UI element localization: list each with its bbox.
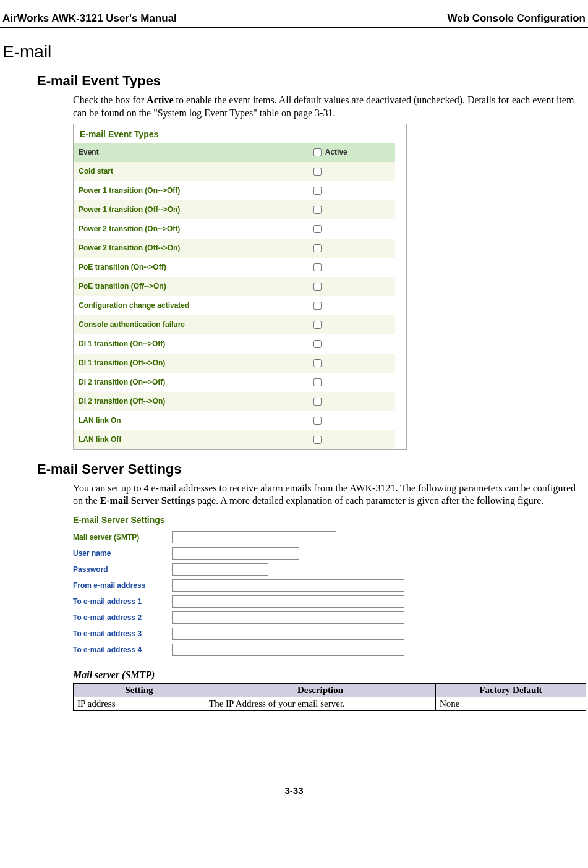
section-title-email: E-mail xyxy=(2,42,588,62)
input-to1[interactable] xyxy=(172,595,404,608)
checkbox-event[interactable] xyxy=(313,398,322,406)
param-title-smtp: Mail server (SMTP) xyxy=(73,670,588,681)
input-from[interactable] xyxy=(172,579,404,592)
checkbox-event[interactable] xyxy=(313,244,322,252)
table-row: DI 2 transition (Off-->On) xyxy=(74,392,395,411)
checkbox-event[interactable] xyxy=(313,378,322,386)
page-header: AirWorks AWK-3121 User's Manual Web Cons… xyxy=(0,12,588,28)
heading-email-event-types: E-mail Event Types xyxy=(37,73,588,89)
input-to4[interactable] xyxy=(172,644,404,656)
label-pass: Password xyxy=(73,565,172,574)
row-to2: To e-mail address 2 xyxy=(73,611,413,624)
input-to2[interactable] xyxy=(172,611,404,624)
table-row: DI 1 transition (On-->Off) xyxy=(74,334,395,354)
table-row: Console authentication failure xyxy=(74,315,395,334)
header-right: Web Console Configuration xyxy=(447,12,586,25)
label-to2: To e-mail address 2 xyxy=(73,613,172,622)
row-to1: To e-mail address 1 xyxy=(73,595,413,608)
checkbox-event[interactable] xyxy=(313,340,322,348)
col-active: Active xyxy=(306,143,395,162)
table-row: Cold start xyxy=(74,162,395,181)
checkbox-event[interactable] xyxy=(313,225,322,233)
col-desc: Description xyxy=(205,684,436,697)
checkbox-event[interactable] xyxy=(313,206,322,214)
label-to1: To e-mail address 1 xyxy=(73,597,172,606)
table-row: PoE transition (Off-->On) xyxy=(74,277,395,296)
paragraph-event-types: Check the box for Active to enable the e… xyxy=(73,94,586,120)
label-from: From e-mail address xyxy=(73,581,172,590)
screenshot-title: E-mail Event Types xyxy=(74,124,406,143)
page-number: 3-33 xyxy=(0,785,588,796)
input-smtp[interactable] xyxy=(172,531,336,543)
event-label: LAN link Off xyxy=(74,430,306,449)
event-label: Power 1 transition (On-->Off) xyxy=(74,181,306,200)
event-label: Cold start xyxy=(74,162,306,181)
screenshot-email-server-settings: E-mail Server Settings Mail server (SMTP… xyxy=(73,511,413,656)
table-row: LAN link Off xyxy=(74,430,395,449)
checkbox-event[interactable] xyxy=(313,321,322,329)
screenshot-email-event-types: E-mail Event Types Event Active Cold sta… xyxy=(73,124,407,450)
cell-default: None xyxy=(436,697,586,711)
header-left: AirWorks AWK-3121 User's Manual xyxy=(2,12,177,25)
paragraph-server-settings: You can set up to 4 e-mail addresses to … xyxy=(73,482,586,508)
label-user: User name xyxy=(73,549,172,558)
checkbox-event[interactable] xyxy=(313,283,322,291)
event-label: Power 2 transition (On-->Off) xyxy=(74,219,306,239)
checkbox-event[interactable] xyxy=(313,302,322,310)
checkbox-event[interactable] xyxy=(313,168,322,176)
event-label: DI 1 transition (On-->Off) xyxy=(74,334,306,354)
table-row: DI 2 transition (On-->Off) xyxy=(74,373,395,392)
checkbox-event[interactable] xyxy=(313,359,322,367)
checkbox-event[interactable] xyxy=(313,417,322,425)
table-row: Power 2 transition (On-->Off) xyxy=(74,219,395,239)
event-label: Console authentication failure xyxy=(74,315,306,334)
event-label: DI 2 transition (On-->Off) xyxy=(74,373,306,392)
param-table-smtp: Setting Description Factory Default IP a… xyxy=(73,683,586,711)
table-row: LAN link On xyxy=(74,411,395,430)
col-default: Factory Default xyxy=(436,684,586,697)
event-types-table: Event Active Cold start Power 1 transiti… xyxy=(74,143,395,449)
event-label: PoE transition (On-->Off) xyxy=(74,258,306,277)
event-label: DI 1 transition (Off-->On) xyxy=(74,354,306,373)
event-label: Power 2 transition (Off-->On) xyxy=(74,239,306,258)
checkbox-event[interactable] xyxy=(313,263,322,271)
event-label: LAN link On xyxy=(74,411,306,430)
input-pass[interactable] xyxy=(172,563,268,576)
param-row: IP address The IP Address of your email … xyxy=(74,697,586,711)
table-row: Power 1 transition (On-->Off) xyxy=(74,181,395,200)
row-pass: Password xyxy=(73,563,413,576)
table-row: PoE transition (On-->Off) xyxy=(74,258,395,277)
row-smtp: Mail server (SMTP) xyxy=(73,531,413,543)
table-row: Configuration change activated xyxy=(74,296,395,315)
table-row: DI 1 transition (Off-->On) xyxy=(74,354,395,373)
event-label: Configuration change activated xyxy=(74,296,306,315)
checkbox-event[interactable] xyxy=(313,436,322,444)
heading-email-server-settings: E-mail Server Settings xyxy=(37,461,588,477)
label-smtp: Mail server (SMTP) xyxy=(73,533,172,542)
label-to4: To e-mail address 4 xyxy=(73,645,172,654)
col-event: Event xyxy=(74,143,306,162)
event-label: Power 1 transition (Off-->On) xyxy=(74,200,306,219)
col-setting: Setting xyxy=(74,684,205,697)
row-to3: To e-mail address 3 xyxy=(73,628,413,640)
cell-setting: IP address xyxy=(74,697,205,711)
table-row: Power 1 transition (Off-->On) xyxy=(74,200,395,219)
event-label: DI 2 transition (Off-->On) xyxy=(74,392,306,411)
checkbox-event[interactable] xyxy=(313,187,322,195)
event-label: PoE transition (Off-->On) xyxy=(74,277,306,296)
checkbox-active-all[interactable] xyxy=(313,148,322,156)
input-user[interactable] xyxy=(172,547,299,560)
row-from: From e-mail address xyxy=(73,579,413,592)
label-to3: To e-mail address 3 xyxy=(73,629,172,638)
input-to3[interactable] xyxy=(172,628,404,640)
screenshot-title-server: E-mail Server Settings xyxy=(73,511,413,531)
table-row: Power 2 transition (Off-->On) xyxy=(74,239,395,258)
row-to4: To e-mail address 4 xyxy=(73,644,413,656)
row-user: User name xyxy=(73,547,413,560)
cell-desc: The IP Address of your email server. xyxy=(205,697,436,711)
